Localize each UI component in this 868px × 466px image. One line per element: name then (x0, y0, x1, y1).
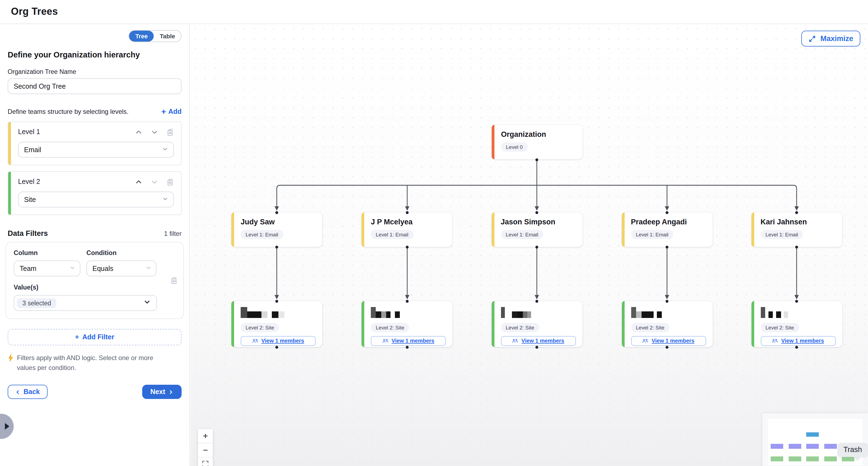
people-icon (642, 338, 649, 343)
node-title: Pradeep Angadi (631, 217, 706, 226)
org-node-level2[interactable]: Level 2: Site View 1 members (362, 301, 452, 347)
tree-name-label: Organization Tree Name (8, 68, 182, 75)
move-up-icon[interactable] (134, 178, 142, 185)
values-select[interactable]: 3 selected (14, 295, 157, 311)
filters-note-text: Filters apply with AND logic. Select one… (17, 353, 171, 373)
people-icon (772, 338, 779, 343)
plus-icon: + (75, 333, 79, 341)
level-badge: Level 1: Email (501, 230, 543, 239)
chevron-down-icon (162, 195, 168, 204)
page-title: Org Trees (11, 6, 58, 18)
move-down-icon[interactable] (150, 178, 158, 185)
view-members-button[interactable]: View 1 members (501, 336, 576, 346)
expand-icon (808, 35, 816, 42)
chevron-down-icon (162, 146, 168, 154)
column-select[interactable]: Team (14, 261, 81, 276)
org-node-level1[interactable]: Pradeep Angadi Level 1: Email (622, 212, 712, 246)
zoom-in-button[interactable]: + (198, 429, 213, 443)
view-members-label: View 1 members (261, 338, 304, 344)
view-members-button[interactable]: View 1 members (761, 336, 835, 346)
delete-filter-icon[interactable] (170, 276, 178, 284)
add-level-label: Add (168, 108, 182, 115)
level-card-1: Level 1 Email (8, 121, 182, 165)
chevron-left-icon (15, 389, 20, 395)
values-label: Value(s) (14, 284, 176, 291)
toggle-table[interactable]: Table (154, 31, 181, 41)
level-badge: Level 2: Site (371, 323, 409, 332)
move-up-icon[interactable] (134, 128, 142, 136)
level-1-select[interactable]: Email (18, 142, 174, 157)
add-filter-label: Add Filter (82, 333, 114, 341)
level-badge: Level 2: Site (501, 323, 539, 332)
level-badge: Level 1: Email (241, 230, 283, 239)
lightning-icon (8, 354, 14, 373)
view-members-label: View 1 members (781, 338, 824, 344)
level-2-select[interactable]: Site (18, 192, 174, 207)
org-tree-canvas[interactable]: Maximize Organization Level 0 Judy Saw L… (190, 24, 868, 466)
view-members-button[interactable]: View 1 members (631, 336, 706, 346)
level-1-title: Level 1 (18, 128, 134, 136)
chevron-down-icon (143, 298, 151, 308)
selected-count-chip: 3 selected (17, 298, 57, 308)
next-label: Next (150, 388, 165, 396)
delete-level-icon[interactable] (166, 128, 174, 136)
chevron-down-icon (69, 265, 75, 272)
hierarchy-sidebar: Tree Table Define your Organization hier… (0, 24, 190, 466)
add-filter-button[interactable]: + Add Filter (8, 329, 182, 345)
level-badge: Level 2: Site (241, 323, 279, 332)
view-members-label: View 1 members (522, 338, 564, 344)
node-title: J P Mcelyea (371, 217, 446, 226)
chevron-right-icon (168, 389, 174, 395)
redacted-name (501, 307, 576, 318)
people-icon (512, 338, 519, 343)
level-badge: Level 1: Email (371, 230, 413, 239)
view-members-label: View 1 members (652, 338, 694, 344)
plus-icon: + (161, 107, 166, 115)
minimap[interactable] (763, 413, 868, 466)
page-header: Org Trees (0, 0, 868, 24)
minimap-root-node (806, 432, 819, 436)
org-node-root[interactable]: Organization Level 0 (492, 124, 583, 159)
node-title: Jason Simpson (501, 217, 576, 226)
level-badge: Level 2: Site (761, 323, 799, 332)
delete-level-icon[interactable] (166, 178, 174, 185)
filters-header-row: Data Filters 1 filter (8, 229, 182, 237)
org-node-level2[interactable]: Level 2: Site View 1 members (622, 301, 712, 347)
level-badge: Level 0 (501, 142, 528, 151)
org-node-level1[interactable]: Kari Jahnsen Level 1: Email (751, 212, 842, 246)
org-node-level1[interactable]: Jason Simpson Level 1: Email (491, 212, 582, 246)
redacted-name (241, 307, 316, 318)
filters-count: 1 filter (164, 230, 182, 237)
people-icon (382, 338, 389, 343)
move-down-icon[interactable] (150, 128, 158, 136)
redacted-name (761, 307, 835, 318)
redacted-name (631, 307, 706, 318)
org-node-level2[interactable]: Level 2: Site View 1 members (491, 301, 582, 347)
tree-name-input[interactable] (8, 78, 182, 94)
view-members-button[interactable]: View 1 members (241, 336, 316, 346)
level-card-2: Level 2 Site (8, 171, 182, 215)
expand-arrow-icon (5, 423, 9, 430)
org-node-level2[interactable]: Level 2: Site View 1 members (231, 301, 322, 347)
org-trees-app: Org Trees Tree Table Define your Organiz… (0, 0, 868, 466)
condition-label: Condition (86, 249, 156, 257)
node-title: Organization (501, 130, 576, 138)
view-members-button[interactable]: View 1 members (371, 336, 446, 346)
fit-view-button[interactable]: ⛶ (198, 458, 213, 466)
zoom-out-button[interactable]: − (198, 443, 213, 458)
node-title: Judy Saw (241, 217, 316, 226)
add-level-button[interactable]: + Add (161, 107, 182, 115)
next-button[interactable]: Next (142, 385, 182, 399)
filters-title: Data Filters (8, 229, 48, 237)
filters-note: Filters apply with AND logic. Select one… (8, 353, 182, 373)
maximize-button[interactable]: Maximize (801, 31, 860, 47)
org-node-level1[interactable]: J P Mcelyea Level 1: Email (362, 212, 452, 246)
back-button[interactable]: Back (8, 385, 48, 399)
view-members-label: View 1 members (392, 338, 434, 344)
org-node-level1[interactable]: Judy Saw Level 1: Email (231, 212, 322, 246)
trash-tooltip: Trash (837, 443, 868, 457)
node-title: Kari Jahnsen (761, 217, 835, 226)
org-node-level2[interactable]: Level 2: Site View 1 members (751, 301, 842, 347)
toggle-tree[interactable]: Tree (129, 31, 154, 41)
condition-select[interactable]: Equals (86, 261, 156, 276)
